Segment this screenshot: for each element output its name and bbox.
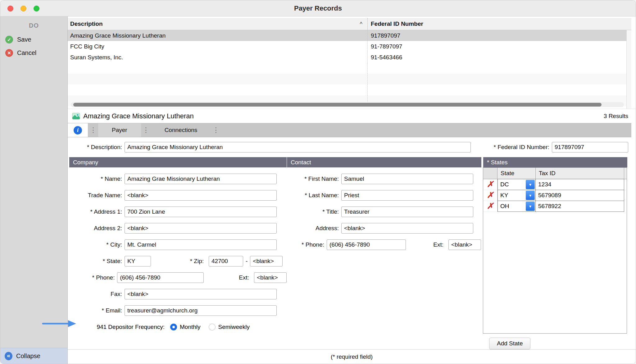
company-phone-label: * Phone: bbox=[69, 274, 115, 281]
payer-description-cell: FCC Big City bbox=[68, 41, 367, 52]
required-field-footer: (* required field) bbox=[68, 349, 636, 364]
first-name-input[interactable] bbox=[341, 174, 473, 184]
chevron-down-icon: ▾ bbox=[529, 182, 531, 187]
payer-federal-id-cell: 91-5463466 bbox=[367, 52, 631, 63]
contact-address-input[interactable] bbox=[341, 223, 473, 234]
trade-name-label: Trade Name: bbox=[69, 192, 122, 199]
depositor-frequency-row: 941 Depositor Frequency: Monthly Semiwee… bbox=[69, 319, 287, 335]
email-input[interactable] bbox=[125, 305, 277, 316]
tab-bar: i ⋮ Payer ⋮ Connections ⋮ bbox=[68, 123, 631, 137]
delete-state-button[interactable]: ✗ bbox=[483, 201, 497, 212]
record-image-icon bbox=[72, 112, 80, 120]
payer-row[interactable]: FCC Big City 91-7897097 bbox=[68, 41, 631, 52]
table-row-empty bbox=[68, 63, 631, 74]
sidebar-spacer bbox=[0, 60, 67, 348]
address1-input[interactable] bbox=[125, 207, 277, 217]
add-state-button[interactable]: Add State bbox=[489, 338, 530, 349]
state-cell[interactable]: OH ▾ bbox=[497, 201, 536, 212]
tax-id-input[interactable] bbox=[536, 179, 624, 190]
required-field-note: (* required field) bbox=[331, 353, 373, 360]
contact-ext-label: Ext: bbox=[406, 241, 443, 248]
collapse-button[interactable]: « Collapse bbox=[0, 348, 67, 364]
federal-id-input[interactable] bbox=[552, 142, 628, 152]
zoom-button[interactable] bbox=[34, 6, 39, 11]
states-table-header: State Tax ID bbox=[483, 168, 627, 179]
company-ext-input[interactable] bbox=[254, 272, 287, 283]
info-tab[interactable]: i bbox=[68, 123, 88, 137]
contact-address-label: Address: bbox=[287, 225, 339, 232]
state-cell[interactable]: DC ▾ bbox=[497, 179, 536, 190]
zip-input[interactable] bbox=[209, 256, 243, 266]
state-row: ✗ OH ▾ bbox=[483, 201, 627, 212]
contact-phone-label: * Phone: bbox=[287, 241, 324, 248]
state-row: ✗ DC ▾ bbox=[483, 179, 627, 190]
fax-input[interactable] bbox=[125, 289, 277, 299]
monthly-label: Monthly bbox=[180, 324, 201, 330]
table-row-empty bbox=[68, 84, 631, 95]
sort-ascending-icon: ^ bbox=[360, 21, 362, 27]
cancel-x-icon: ✕ bbox=[5, 49, 13, 57]
states-table: State Tax ID ✗ DC ▾ bbox=[483, 167, 627, 334]
save-button[interactable]: ✓ Save bbox=[0, 33, 67, 46]
state-dropdown-button[interactable]: ▾ bbox=[526, 191, 535, 200]
trade-name-input[interactable] bbox=[125, 190, 277, 201]
contact-ext-input[interactable] bbox=[448, 239, 481, 250]
description-column-header[interactable]: Description ^ bbox=[68, 18, 367, 30]
collapse-label: Collapse bbox=[16, 353, 40, 360]
company-phone-input[interactable] bbox=[117, 272, 203, 283]
delete-state-button[interactable]: ✗ bbox=[483, 190, 497, 201]
horizontal-scrollbar-thumb[interactable] bbox=[73, 103, 602, 107]
table-row-empty bbox=[68, 74, 631, 84]
email-label: * Email: bbox=[69, 307, 122, 314]
company-name-input[interactable] bbox=[125, 174, 277, 184]
company-section: * Name: Trade Name: * Address 1: Address… bbox=[69, 167, 287, 349]
last-name-input[interactable] bbox=[341, 190, 473, 201]
company-ext-label: Ext: bbox=[204, 274, 249, 281]
company-section-header: Company bbox=[69, 157, 287, 167]
state-cell[interactable]: KY ▾ bbox=[497, 190, 536, 201]
close-button[interactable] bbox=[7, 6, 13, 11]
state-label: * State: bbox=[69, 258, 122, 265]
delete-x-icon: ✗ bbox=[487, 202, 494, 210]
vertical-scrollbar[interactable] bbox=[626, 30, 631, 109]
horizontal-scrollbar[interactable] bbox=[71, 102, 624, 107]
cancel-label: Cancel bbox=[17, 49, 36, 57]
tab-separator-dots-icon: ⋮ bbox=[88, 123, 98, 137]
window-title: Payer Records bbox=[294, 4, 342, 12]
semiweekly-radio[interactable] bbox=[209, 324, 216, 330]
contact-phone-input[interactable] bbox=[327, 239, 406, 250]
chevron-down-icon: ▾ bbox=[529, 193, 531, 198]
delete-state-button[interactable]: ✗ bbox=[483, 179, 497, 190]
state-input[interactable] bbox=[125, 256, 151, 266]
semiweekly-label: Semiweekly bbox=[218, 324, 250, 330]
address2-input[interactable] bbox=[125, 223, 277, 234]
description-label: * Description: bbox=[69, 144, 122, 151]
tab-separator-dots-icon: ⋮ bbox=[141, 123, 151, 137]
tax-id-input[interactable] bbox=[536, 201, 624, 212]
state-dropdown-button[interactable]: ▾ bbox=[526, 202, 535, 211]
main-area: Description ^ Federal ID Number Amazing … bbox=[68, 16, 636, 364]
federal-id-column-header[interactable]: Federal ID Number bbox=[367, 18, 631, 30]
results-count: 3 Results bbox=[604, 113, 628, 120]
description-row: * Description: * Federal ID Number: bbox=[68, 137, 636, 157]
zip4-input[interactable] bbox=[250, 256, 283, 266]
monthly-radio[interactable] bbox=[170, 324, 177, 330]
sidebar-header: DO bbox=[0, 16, 67, 33]
contact-title-input[interactable] bbox=[341, 207, 473, 217]
description-input[interactable] bbox=[125, 142, 471, 152]
tab-payer[interactable]: Payer bbox=[98, 123, 141, 137]
collapse-chevrons-icon: « bbox=[5, 352, 12, 360]
state-dropdown-button[interactable]: ▾ bbox=[526, 180, 535, 189]
tax-id-input[interactable] bbox=[536, 190, 624, 201]
city-input[interactable] bbox=[125, 239, 277, 250]
minimize-button[interactable] bbox=[20, 6, 26, 11]
record-header: Amazing Grace Missionary Lutheran 3 Resu… bbox=[68, 109, 636, 123]
cancel-button[interactable]: ✕ Cancel bbox=[0, 46, 67, 60]
payer-row[interactable]: Suran Systems, Inc. 91-5463466 bbox=[68, 52, 631, 63]
delete-x-icon: ✗ bbox=[487, 191, 494, 199]
save-check-icon: ✓ bbox=[5, 36, 13, 43]
payer-row[interactable]: Amazing Grace Missionary Lutheran 917897… bbox=[68, 30, 631, 41]
chevron-down-icon: ▾ bbox=[529, 204, 531, 209]
tab-connections[interactable]: Connections bbox=[151, 123, 211, 137]
payer-federal-id-cell: 91-7897097 bbox=[367, 41, 631, 52]
